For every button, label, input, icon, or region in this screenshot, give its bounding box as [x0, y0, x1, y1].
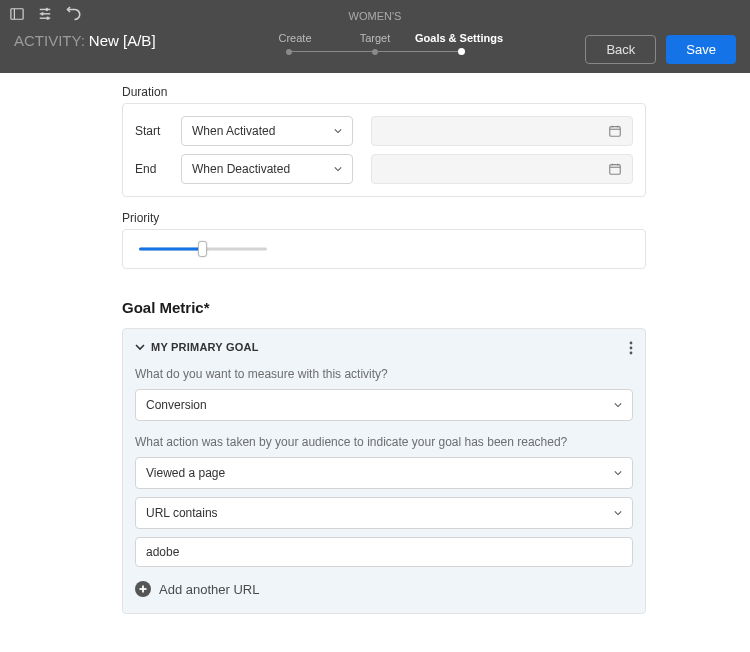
duration-card: Start When Activated End When Deactivate… — [122, 103, 646, 197]
save-button[interactable]: Save — [666, 35, 736, 64]
svg-point-17 — [630, 347, 633, 350]
calendar-icon — [608, 124, 622, 138]
calendar-icon — [608, 162, 622, 176]
stepper: Create Target Goals & Settings — [255, 32, 495, 55]
primary-goal-label: MY PRIMARY GOAL — [151, 341, 259, 353]
priority-slider[interactable] — [139, 243, 267, 255]
svg-rect-12 — [610, 165, 621, 175]
url-input[interactable] — [135, 537, 633, 567]
more-icon[interactable] — [629, 341, 633, 357]
duration-title: Duration — [122, 85, 646, 99]
breadcrumb: WOMEN'S — [349, 10, 402, 22]
svg-rect-2 — [40, 9, 51, 10]
start-select[interactable]: When Activated — [181, 116, 353, 146]
step-create[interactable]: Create — [255, 32, 335, 44]
svg-rect-0 — [11, 9, 23, 20]
measure-select[interactable]: Conversion — [135, 389, 633, 421]
chevron-down-icon — [614, 509, 622, 517]
end-date-input[interactable] — [371, 154, 633, 184]
svg-rect-3 — [40, 13, 51, 14]
svg-rect-6 — [42, 12, 44, 15]
settings-sliders-icon[interactable] — [38, 7, 52, 21]
question-measure: What do you want to measure with this ac… — [135, 367, 633, 381]
plus-circle-icon — [135, 581, 151, 597]
start-date-input[interactable] — [371, 116, 633, 146]
start-label: Start — [135, 124, 173, 138]
action-select[interactable]: Viewed a page — [135, 457, 633, 489]
svg-rect-7 — [47, 17, 49, 20]
svg-rect-5 — [46, 8, 48, 11]
step-goals-settings[interactable]: Goals & Settings — [415, 32, 495, 44]
svg-rect-8 — [610, 127, 621, 137]
end-label: End — [135, 162, 173, 176]
priority-card — [122, 229, 646, 269]
priority-title: Priority — [122, 211, 646, 225]
chevron-down-icon — [614, 401, 622, 409]
slider-thumb[interactable] — [198, 241, 207, 257]
step-target[interactable]: Target — [335, 32, 415, 44]
activity-name[interactable]: New [A/B] — [89, 32, 156, 49]
back-button[interactable]: Back — [585, 35, 656, 64]
activity-label: ACTIVITY: — [14, 32, 85, 49]
chevron-down-icon — [334, 127, 342, 135]
undo-icon[interactable] — [66, 6, 82, 22]
primary-goal-card: MY PRIMARY GOAL What do you want to meas… — [122, 328, 646, 614]
svg-point-16 — [630, 342, 633, 345]
match-select[interactable]: URL contains — [135, 497, 633, 529]
question-action: What action was taken by your audience t… — [135, 435, 633, 449]
add-url-button[interactable]: Add another URL — [135, 581, 633, 597]
end-select[interactable]: When Deactivated — [181, 154, 353, 184]
panel-icon[interactable] — [10, 7, 24, 21]
svg-point-18 — [630, 352, 633, 355]
goal-metric-title: Goal Metric* — [122, 299, 646, 316]
chevron-down-icon — [334, 165, 342, 173]
chevron-down-icon — [614, 469, 622, 477]
step-dot-active — [458, 48, 465, 55]
chevron-down-icon[interactable] — [135, 342, 145, 352]
